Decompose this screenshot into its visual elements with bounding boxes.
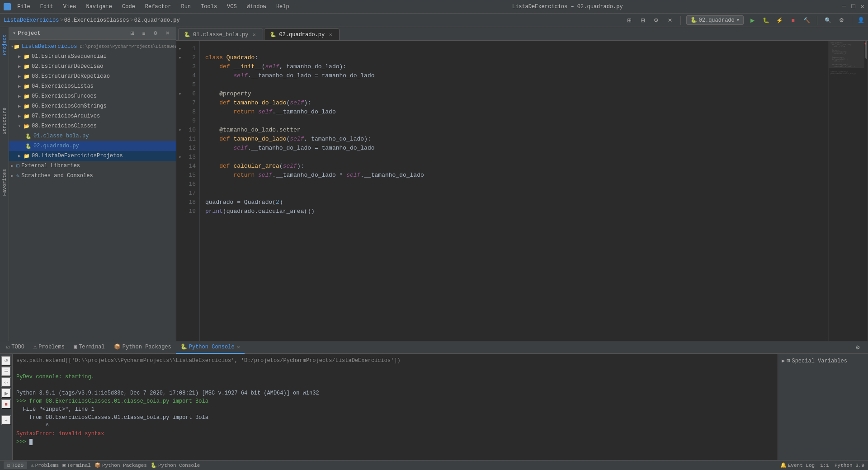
tab-quadrado[interactable]: 🐍 02.quadrado.py ✕	[264, 28, 340, 40]
expand-all-button[interactable]: ⊞	[624, 15, 634, 25]
maximize-button[interactable]: □	[851, 3, 855, 10]
folder-label-05: 05.ExerciciosFuncoes	[32, 93, 97, 99]
project-collapse-all[interactable]: ≡	[139, 28, 149, 38]
menu-window[interactable]: Window	[243, 3, 270, 11]
close-panel-button[interactable]: ✕	[665, 15, 675, 25]
window-title: ListaDeExercicios – 02.quadrado.py	[512, 4, 623, 10]
tree-item-04[interactable]: ▶ 📁 04.ExerciciosListas	[9, 81, 176, 91]
packages-status-icon: 📦	[94, 462, 101, 468]
tabs-bar: 🐍 01.classe_bola.py ✕ 🐍 02.quadrado.py ✕	[176, 27, 868, 41]
tree-item-06[interactable]: ▶ 📁 06.ExerciciosComStrings	[9, 101, 176, 111]
tab-close-bola[interactable]: ✕	[251, 32, 257, 38]
settings-button[interactable]: ⚙	[651, 15, 661, 25]
build-button[interactable]: 🔨	[802, 15, 811, 25]
fold-2[interactable]: ▾	[177, 53, 183, 62]
stop-console-button[interactable]: ■	[1, 399, 11, 409]
bottom-tab-python-console[interactable]: 🐍 Python Console ✕	[176, 341, 245, 354]
show-history-button[interactable]: ☰	[1, 367, 11, 376]
tree-item-05[interactable]: ▶ 📁 05.ExerciciosFuncoes	[9, 91, 176, 101]
tree-item-03[interactable]: ▶ 📁 03.EstruturarDeRepeticao	[9, 71, 176, 81]
status-terminal[interactable]: ▣ Terminal	[62, 462, 90, 468]
tree-item-01[interactable]: ▶ 📁 01.EstruturaSsequencial	[9, 52, 176, 61]
run-console-button[interactable]: ▶	[1, 388, 11, 398]
tree-external-libs[interactable]: ▶ ⊞ External Libraries	[9, 161, 176, 171]
code-content[interactable]: class Quadrado: def __init__(self, taman…	[200, 41, 828, 341]
menu-view[interactable]: View	[60, 3, 80, 11]
app-icon	[4, 3, 11, 10]
menu-navigate[interactable]: Navigate	[82, 3, 116, 11]
search-button[interactable]: 🔍	[823, 15, 833, 25]
minimap[interactable]: class Quadrado: def __init__(self, tam):…	[828, 41, 864, 341]
bottom-panel: ☑ TODO ⚠ Problems ▣ Terminal 📦 Python Pa…	[0, 341, 868, 463]
console-tab-close[interactable]: ✕	[237, 344, 240, 350]
close-button[interactable]: ✕	[861, 3, 864, 10]
status-bar: ☑ TODO ⚠ Problems ▣ Terminal 📦 Python Pa…	[0, 460, 868, 470]
stop-button[interactable]: ■	[788, 15, 798, 25]
tab-classe-bola[interactable]: 🐍 01.classe_bola.py ✕	[178, 28, 263, 40]
status-problems[interactable]: ⚠ Problems	[31, 462, 59, 468]
tree-scratches[interactable]: ▶ ✎ Scratches and Consoles	[9, 171, 176, 181]
bottom-tab-terminal[interactable]: ▣ Terminal	[69, 341, 109, 354]
menu-edit[interactable]: Edit	[37, 3, 57, 11]
toolbar-left: ListaDeExercicios > 08.ExerciciosClasses…	[4, 17, 180, 24]
tree-item-08[interactable]: ▾ 📂 08.ExerciciosClasses	[9, 121, 176, 131]
bottom-tab-problems[interactable]: ⚠ Problems	[29, 341, 69, 354]
menu-file[interactable]: File	[14, 3, 34, 11]
toolbar: ListaDeExercicios > 08.ExerciciosClasses…	[0, 14, 868, 27]
run-button[interactable]: ▶	[747, 15, 757, 25]
status-position[interactable]: 1:1	[820, 463, 829, 468]
breadcrumb-folder[interactable]: 08.ExerciciosClasses	[64, 17, 129, 24]
tree-file-01-bola[interactable]: 🐍 01.classe_bola.py	[9, 131, 176, 141]
special-variables-header[interactable]: ▶ ⊞ Special Variables	[780, 356, 866, 366]
tree-item-09[interactable]: ▶ 📁 09.ListaDeExerciciosProjetos	[9, 151, 176, 161]
settings-gear-button[interactable]: ⚙	[836, 15, 846, 25]
folder-label-02: 02.EstruturarDeDecisao	[32, 63, 103, 70]
collapse-all-button[interactable]: ⊟	[638, 15, 648, 25]
console-settings[interactable]: ⚙	[853, 343, 863, 352]
menu-refactor[interactable]: Refactor	[142, 3, 175, 11]
structure-tab[interactable]: Structure	[1, 104, 8, 138]
fold-10[interactable]: ▾	[177, 126, 183, 135]
tree-item-02[interactable]: ▶ 📁 02.EstruturarDeDecisao	[9, 61, 176, 71]
menu-code[interactable]: Code	[118, 3, 139, 11]
project-expand-all[interactable]: ⊞	[127, 28, 137, 38]
tree-root[interactable]: ▾ 📁 ListaDeExercicios D:\projetos\Pychar…	[9, 42, 176, 52]
tree-file-02-quadrado[interactable]: 🐍 02.quadrado.py	[9, 141, 176, 151]
restart-console-button[interactable]: ↺	[1, 356, 11, 366]
terminal-label: Terminal	[79, 344, 105, 350]
status-todo[interactable]: ☑ TODO	[4, 461, 27, 469]
run-with-coverage-button[interactable]: ⚡	[774, 15, 784, 25]
status-python-packages[interactable]: 📦 Python Packages	[94, 462, 147, 468]
todo-label: TODO	[11, 344, 24, 350]
fold-1[interactable]: ▾	[177, 44, 183, 53]
project-tab[interactable]: Project	[1, 31, 8, 59]
status-python-version[interactable]: Python 3.9	[835, 463, 864, 468]
fold-6[interactable]: ▾	[177, 89, 183, 99]
console-cursor[interactable]	[29, 439, 33, 445]
project-close[interactable]: ✕	[162, 28, 172, 38]
menu-help[interactable]: Help	[273, 3, 293, 11]
menu-run[interactable]: Run	[177, 3, 194, 11]
code-editor: ▾ ▾ ▾ ▾ ▾ 12345	[176, 41, 868, 341]
menu-tools[interactable]: Tools	[197, 3, 221, 11]
tab-close-quadrado[interactable]: ✕	[327, 32, 334, 38]
status-event-log[interactable]: 🔔 Event Log	[780, 462, 815, 468]
soft-wrap-button[interactable]: ⇔	[1, 377, 11, 387]
breadcrumb-project[interactable]: ListaDeExercicios	[4, 17, 59, 24]
run-config-label: 02.quadrado	[699, 17, 735, 24]
minimap-viewport[interactable]	[829, 41, 864, 68]
fold-13[interactable]: ▾	[177, 153, 183, 162]
console-tab-label: Python Console	[189, 344, 235, 350]
menu-vcs[interactable]: VCS	[223, 3, 241, 11]
bottom-tab-python-packages[interactable]: 📦 Python Packages	[109, 341, 176, 354]
run-configuration[interactable]: 🐍 02.quadrado ▾	[686, 15, 744, 25]
minimize-button[interactable]: ─	[842, 3, 846, 10]
tree-item-07[interactable]: ▶ 📁 07.ExerciciosArquivos	[9, 111, 176, 121]
favorites-tab[interactable]: Favorites	[1, 165, 8, 199]
breadcrumb-file[interactable]: 02.quadrado.py	[134, 17, 180, 24]
debug-button[interactable]: 🐛	[761, 15, 771, 25]
project-settings[interactable]: ⚙	[151, 28, 160, 38]
bottom-tab-todo[interactable]: ☑ TODO	[2, 341, 29, 354]
status-python-console[interactable]: 🐍 Python Console	[151, 462, 200, 468]
add-console-button[interactable]: +	[1, 415, 11, 425]
